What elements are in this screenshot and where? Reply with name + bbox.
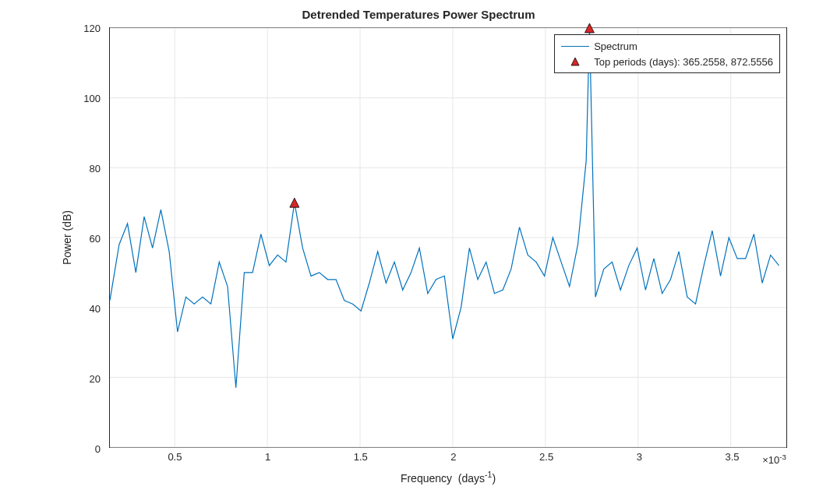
y-tick-label: 60 xyxy=(90,233,101,245)
x-tick-label: 3.5 xyxy=(725,451,739,463)
y-axis-label: Power (dB) xyxy=(61,210,73,265)
x-tick-label: 3 xyxy=(637,451,642,463)
x-axis-exponent: ×10-3 xyxy=(762,453,786,466)
legend-label-markers: Top periods (days): 365.2558, 872.5556 xyxy=(594,56,773,68)
y-tick-label: 80 xyxy=(90,163,101,174)
triangle-up-icon xyxy=(571,58,579,65)
x-tick-label: 0.5 xyxy=(168,451,182,463)
legend-swatch-marker xyxy=(561,56,589,67)
y-tick-label: 20 xyxy=(90,373,101,385)
y-tick-label: 0 xyxy=(95,443,101,455)
legend-entry-spectrum: Spectrum xyxy=(561,38,773,54)
legend: Spectrum Top periods (days): 365.2558, 8… xyxy=(554,34,780,73)
figure: Detrended Temperatures Power Spectrum 0.… xyxy=(0,0,837,504)
x-tick-label: 1.5 xyxy=(354,451,368,463)
axes: 0.511.522.533.5 020406080100120 Frequenc… xyxy=(109,27,787,448)
peak-marker-icon xyxy=(290,198,299,207)
y-tick-label: 100 xyxy=(83,93,101,104)
x-axis-label: Frequency (days-1) xyxy=(110,470,786,485)
chart-title: Detrended Temperatures Power Spectrum xyxy=(0,8,837,21)
x-tick-label: 2.5 xyxy=(539,451,553,463)
y-tick-label: 120 xyxy=(83,23,101,34)
legend-label-spectrum: Spectrum xyxy=(594,41,637,52)
plot-svg xyxy=(110,28,786,447)
x-tick-label: 1 xyxy=(265,451,270,463)
legend-entry-markers: Top periods (days): 365.2558, 872.5556 xyxy=(561,54,773,69)
legend-swatch-line xyxy=(561,41,589,51)
y-tick-label: 40 xyxy=(90,303,101,315)
x-tick-label: 2 xyxy=(450,451,456,463)
spectrum-line xyxy=(110,28,779,388)
